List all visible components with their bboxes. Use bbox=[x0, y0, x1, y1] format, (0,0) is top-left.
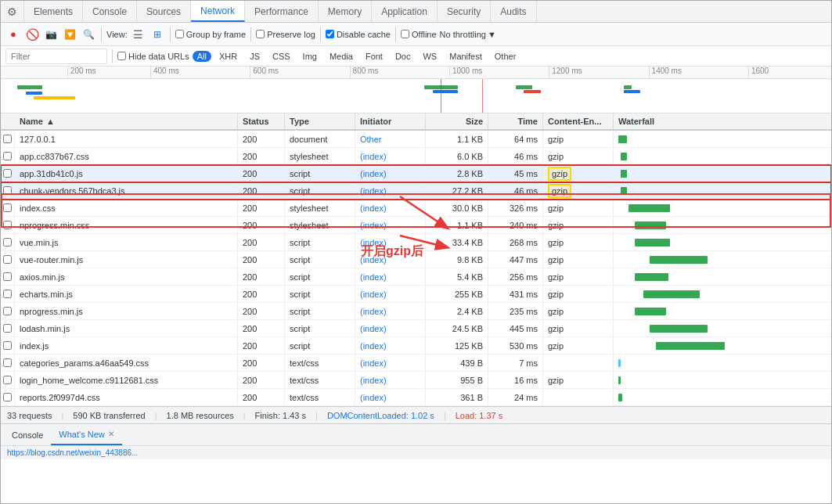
tab-console[interactable]: Console bbox=[83, 1, 137, 22]
preserve-log-checkbox[interactable] bbox=[256, 30, 265, 38]
tab-security[interactable]: Security bbox=[438, 1, 491, 22]
filter-js-btn[interactable]: JS bbox=[245, 51, 265, 62]
record-btn[interactable]: ● bbox=[5, 27, 21, 42]
row-checkbox[interactable] bbox=[3, 238, 12, 247]
row-initiator[interactable]: (index) bbox=[355, 389, 426, 405]
close-whats-new-btn[interactable]: ✕ bbox=[108, 430, 114, 438]
table-row[interactable]: vue.min.js 200 script (index) 33.4 KB 26… bbox=[1, 234, 831, 251]
row-checkbox[interactable] bbox=[3, 255, 12, 264]
throttle-dropdown[interactable]: No throttling ▼ bbox=[440, 30, 496, 39]
filter-media-btn[interactable]: Media bbox=[325, 51, 358, 62]
row-initiator[interactable]: (index) bbox=[355, 355, 426, 371]
row-checkbox[interactable] bbox=[3, 324, 12, 333]
group-view-btn[interactable]: ⊞ bbox=[149, 27, 165, 42]
table-row[interactable]: app.cc837b67.css 200 stylesheet (index) … bbox=[1, 148, 831, 165]
table-row[interactable]: categories_params.a46aa549.css 200 text/… bbox=[1, 355, 831, 372]
row-name[interactable]: app.31db41c0.js bbox=[15, 165, 238, 182]
table-row[interactable]: chunk-vendors.567bdca3.js 200 script (in… bbox=[1, 182, 831, 200]
row-initiator[interactable]: (index) bbox=[355, 268, 426, 285]
filter-btn[interactable]: 🔽 bbox=[62, 27, 77, 42]
table-row[interactable]: 127.0.0.1 200 document Other 1.1 KB 64 m… bbox=[1, 131, 831, 148]
filter-xhr-btn[interactable]: XHR bbox=[214, 51, 242, 62]
row-checkbox[interactable] bbox=[3, 393, 12, 401]
disable-cache-checkbox[interactable] bbox=[326, 30, 334, 38]
row-initiator[interactable]: Other bbox=[355, 131, 426, 147]
row-initiator[interactable]: (index) bbox=[355, 372, 426, 388]
filter-img-btn[interactable]: Img bbox=[298, 51, 322, 62]
table-scroll[interactable]: 127.0.0.1 200 document Other 1.1 KB 64 m… bbox=[1, 131, 831, 406]
row-name[interactable]: categories_params.a46aa549.css bbox=[15, 355, 238, 371]
th-name[interactable]: Name ▲ bbox=[15, 113, 238, 129]
row-name[interactable]: lodash.min.js bbox=[15, 320, 238, 337]
row-initiator[interactable]: (index) bbox=[355, 286, 426, 302]
row-name[interactable]: vue.min.js bbox=[15, 234, 238, 250]
row-checkbox[interactable] bbox=[3, 307, 12, 315]
row-name[interactable]: echarts.min.js bbox=[15, 286, 238, 302]
bottom-tab-whats-new[interactable]: What's New ✕ bbox=[51, 424, 121, 445]
row-name[interactable]: app.cc837b67.css bbox=[15, 148, 238, 164]
filter-manifest-btn[interactable]: Manifest bbox=[445, 51, 487, 62]
row-checkbox[interactable] bbox=[3, 152, 12, 160]
th-type[interactable]: Type bbox=[285, 113, 355, 129]
tab-application[interactable]: Application bbox=[372, 1, 438, 22]
filter-all-btn[interactable]: All bbox=[193, 51, 211, 62]
row-checkbox[interactable] bbox=[3, 169, 12, 178]
row-initiator[interactable]: (index) bbox=[355, 303, 426, 319]
offline-checkbox[interactable] bbox=[401, 30, 409, 38]
tab-memory[interactable]: Memory bbox=[319, 1, 372, 22]
filter-doc-btn[interactable]: Doc bbox=[391, 51, 416, 62]
row-name[interactable]: vue-router.min.js bbox=[15, 251, 238, 268]
row-checkbox[interactable] bbox=[3, 290, 12, 298]
search-btn[interactable]: 🔍 bbox=[81, 27, 96, 42]
row-initiator[interactable]: (index) bbox=[355, 165, 426, 182]
filter-input[interactable] bbox=[5, 49, 107, 64]
table-row[interactable]: index.css 200 stylesheet (index) 30.0 KB… bbox=[1, 200, 831, 217]
row-checkbox[interactable] bbox=[3, 135, 12, 143]
filter-ws-btn[interactable]: WS bbox=[418, 51, 441, 62]
row-initiator[interactable]: (index) bbox=[355, 200, 426, 216]
table-row[interactable]: vue-router.min.js 200 script (index) 9.8… bbox=[1, 251, 831, 268]
table-row[interactable]: app.31db41c0.js 200 script (index) 2.8 K… bbox=[1, 165, 831, 182]
row-checkbox[interactable] bbox=[3, 272, 12, 281]
row-name[interactable]: index.js bbox=[15, 337, 238, 354]
row-initiator[interactable]: (index) bbox=[355, 148, 426, 164]
row-name[interactable]: nprogress.min.js bbox=[15, 303, 238, 319]
row-name[interactable]: reports.2f0997d4.css bbox=[15, 389, 238, 405]
row-name[interactable]: chunk-vendors.567bdca3.js bbox=[15, 182, 238, 199]
bottom-tab-console[interactable]: Console bbox=[4, 424, 51, 445]
table-row[interactable]: index.js 200 script (index) 125 KB 530 m… bbox=[1, 337, 831, 355]
table-row[interactable]: login_home_welcome.c9112681.css 200 text… bbox=[1, 372, 831, 389]
list-view-btn[interactable]: ☰ bbox=[131, 27, 146, 42]
row-checkbox[interactable] bbox=[3, 358, 12, 367]
row-checkbox[interactable] bbox=[3, 341, 12, 350]
table-row[interactable]: axios.min.js 200 script (index) 5.4 KB 2… bbox=[1, 268, 831, 286]
table-row[interactable]: reports.2f0997d4.css 200 text/css (index… bbox=[1, 389, 831, 406]
row-name[interactable]: axios.min.js bbox=[15, 268, 238, 285]
th-status[interactable]: Status bbox=[238, 113, 285, 129]
row-checkbox[interactable] bbox=[3, 376, 12, 384]
row-initiator[interactable]: (index) bbox=[355, 182, 426, 199]
camera-btn[interactable]: 📷 bbox=[43, 27, 59, 42]
row-name[interactable]: index.css bbox=[15, 200, 238, 216]
row-checkbox[interactable] bbox=[3, 221, 12, 229]
tab-elements[interactable]: Elements bbox=[24, 1, 83, 22]
row-checkbox[interactable] bbox=[3, 186, 12, 195]
row-initiator[interactable]: (index) bbox=[355, 337, 426, 354]
filter-other-btn[interactable]: Other bbox=[490, 51, 521, 62]
row-checkbox[interactable] bbox=[3, 203, 12, 212]
tab-network[interactable]: Network bbox=[191, 1, 245, 22]
filter-font-btn[interactable]: Font bbox=[361, 51, 387, 62]
filter-css-btn[interactable]: CSS bbox=[268, 51, 295, 62]
th-time[interactable]: Time bbox=[488, 113, 543, 129]
tab-performance[interactable]: Performance bbox=[245, 1, 319, 22]
th-initiator[interactable]: Initiator bbox=[355, 113, 426, 129]
row-name[interactable]: 127.0.0.1 bbox=[15, 131, 238, 147]
tab-audits[interactable]: Audits bbox=[491, 1, 536, 22]
table-row[interactable]: lodash.min.js 200 script (index) 24.5 KB… bbox=[1, 320, 831, 337]
th-waterfall[interactable]: Waterfall bbox=[614, 113, 831, 129]
th-size[interactable]: Size bbox=[426, 113, 488, 129]
hide-data-urls-checkbox[interactable] bbox=[117, 52, 126, 60]
devtools-icon[interactable]: ⚙ bbox=[1, 1, 24, 22]
tab-sources[interactable]: Sources bbox=[137, 1, 191, 22]
row-name[interactable]: nprogress.min.css bbox=[15, 217, 238, 233]
